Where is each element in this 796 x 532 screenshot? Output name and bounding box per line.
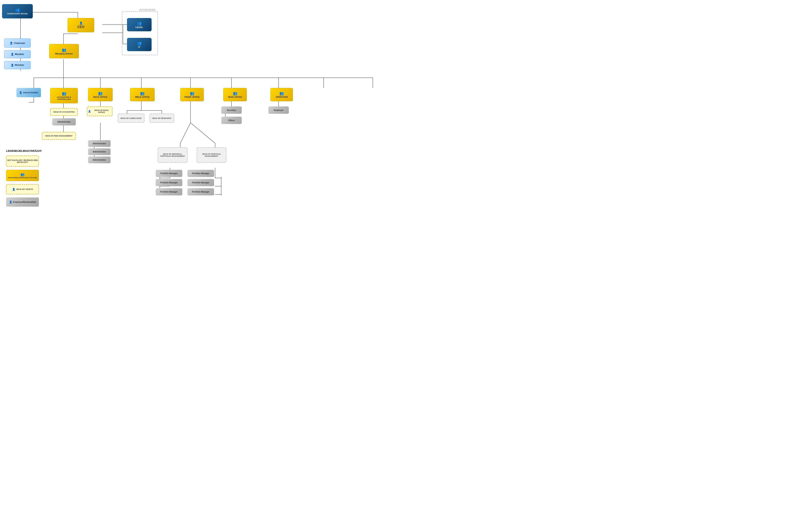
midle-office-box: 👥 MIDLE OFFICE xyxy=(130,88,155,101)
legend-employee-icon: 👤 xyxy=(9,201,12,204)
pm4-box: Portfolio Manager xyxy=(187,170,214,177)
back-office-icon: 👥 xyxy=(98,91,103,96)
front-office-label: FRONT OFFICE xyxy=(184,96,200,98)
member2-icon: 👤 xyxy=(11,64,14,67)
member1-icon: 👤 xyxy=(11,53,14,56)
chairman-icon: 👤 xyxy=(10,41,13,44)
head-portfolio-box: HEAD OF PORTOLIO MANAGEMENT xyxy=(197,147,227,163)
member1-label: Member xyxy=(15,53,24,56)
secretary-label: Secretary xyxy=(227,109,236,111)
legend-department: 👥 DEPARTMENT/SZERVEZETI EGYSÉG xyxy=(6,170,39,181)
head-back-office-box: 👤 HEAD OF BACK OFFICE xyxy=(87,107,112,116)
managing-director-box: 👥 Managing director xyxy=(49,44,79,58)
head-individual-portfolio-label: HEAD OF INDIVIDUAL PORTFOLIO MANAGEMENT xyxy=(159,153,186,157)
legend-not-fulfilled: NOT FULFILLED / JELENLEG NEM BETÖLTÖTT xyxy=(6,155,39,167)
chairman-box: 👤 Chairman xyxy=(4,38,31,48)
head-back-office-icon: 👤 xyxy=(88,110,91,113)
chairman-label: Chairman xyxy=(14,42,25,44)
outsourced-container xyxy=(122,11,158,55)
legend-department-icon: 👥 xyxy=(20,172,24,176)
pm3-box: Portfolio Manager xyxy=(156,188,182,195)
internal-auditor-label: Internal Auditor xyxy=(23,92,38,94)
employee-op-box: Employee xyxy=(268,107,289,114)
head-individual-portfolio-box: HEAD OF INDIVIDUAL PORTFOLIO MANAGEMENT xyxy=(158,147,187,163)
member2-box: 👤 Member xyxy=(4,61,31,69)
pm5-label: Portfolio Manager xyxy=(192,182,209,184)
admin3-box: Administrator xyxy=(88,148,111,155)
operation-box: 👥 OPERATION xyxy=(270,88,293,101)
head-accounting-box: HEAD OF ACCOUNTING xyxy=(50,108,78,116)
officer-label: Officer xyxy=(228,119,235,121)
officer-box: Officer xyxy=(221,117,242,124)
head-office-box: 👥 HEAD OFFICE xyxy=(223,88,247,101)
member2-label: Member xyxy=(15,64,24,66)
operation-icon: 👥 xyxy=(279,91,284,96)
head-risk-box: HEAD OF RISK MANAGEMENT xyxy=(42,132,76,140)
supervisory-board-icon: 👥 xyxy=(15,8,20,12)
org-chart: 👥 SUPERVISORY BOARD 👤 CEO 👥 LEGAL 👥 IT O… xyxy=(0,0,398,266)
administrator1-box: Administrator xyxy=(52,118,76,126)
head-compliance-label: HEAD OF COMPLIANCE xyxy=(121,117,142,119)
accounting-controlling-icon: 👥 xyxy=(62,91,66,96)
legend-head-label: HEAD OF/ VEZETŐ xyxy=(16,188,33,190)
legend-head-of: 👤 HEAD OF/ VEZETŐ xyxy=(6,184,39,194)
ceo-label: CEO xyxy=(77,25,85,29)
head-risk-label: HEAD OF RISK MANAGEMENT xyxy=(45,135,73,137)
svg-line-48 xyxy=(191,123,215,143)
legend-title: LEGEND/JELMAGYARÁZAT: xyxy=(6,149,42,152)
back-office-box: 👥 BACK OFFICE xyxy=(88,88,113,101)
ceo-box: 👤 CEO xyxy=(68,18,94,32)
head-office-label: HEAD OFFICE xyxy=(228,96,242,98)
front-office-box: 👥 FRONT OFFICE xyxy=(180,88,204,101)
admin3-label: Administrator xyxy=(93,151,106,153)
pm5-box: Portfolio Manager xyxy=(187,179,214,186)
admin4-label: Administrator xyxy=(93,159,106,161)
operation-label: OPERATION xyxy=(276,96,288,98)
head-research-box: HEAD OF RESEARCH xyxy=(149,114,174,123)
head-accounting-label: HEAD OF ACCOUNTING xyxy=(53,111,75,113)
head-research-label: HEAD OF RESEARCH xyxy=(152,117,171,119)
pm1-label: Portfolio Manager xyxy=(160,172,178,174)
legend-department-label: DEPARTMENT/SZERVEZETI EGYSÉG xyxy=(8,177,37,178)
ceo-icon: 👤 xyxy=(79,21,83,25)
admin2-label: Administrator xyxy=(93,142,106,145)
member1-box: 👤 Member xyxy=(4,50,31,58)
supervisory-board-box: 👥 SUPERVISORY BOARD xyxy=(2,4,33,18)
back-office-label: BACK OFFICE xyxy=(93,96,107,98)
managing-director-label: Managing director xyxy=(55,53,73,55)
head-compliance-box: HEAD OF COMPLIANCE xyxy=(118,114,144,123)
midle-office-label: MIDLE OFFICE xyxy=(135,96,150,98)
head-office-icon: 👥 xyxy=(233,91,237,96)
supervisory-board-label: SUPERVISORY BOARD xyxy=(7,13,28,15)
internal-auditor-box: 👤 Internal Auditor xyxy=(16,88,41,97)
legend-not-fulfilled-label: NOT FULFILLED / JELENLEG NEM BETÖLTÖTT xyxy=(7,159,38,163)
midle-office-icon: 👥 xyxy=(140,91,145,96)
pm6-label: Portfolio Manager xyxy=(192,191,209,193)
pm6-box: Portfolio Manager xyxy=(187,188,214,195)
internal-auditor-icon: 👤 xyxy=(19,91,22,94)
pm2-label: Portfolio Manager xyxy=(160,182,178,184)
head-portfolio-label: HEAD OF PORTOLIO MANAGEMENT xyxy=(198,153,225,157)
pm3-label: Portfolio Manager xyxy=(160,191,178,193)
accounting-controlling-label: ACCOUNTING & CONTROLLING xyxy=(51,96,77,100)
secretary-box: Secretary xyxy=(221,107,242,114)
legend-head-icon: 👤 xyxy=(12,188,15,191)
legend-employee: 👤 Employee/Munkavállaló xyxy=(6,197,39,207)
administrator1-label: Administrator xyxy=(57,121,71,123)
legend-employee-label: Employee/Munkavállaló xyxy=(13,201,36,203)
employee-op-label: Employee xyxy=(274,109,283,111)
svg-line-47 xyxy=(180,123,191,143)
head-back-office-label: HEAD OF BACK OFFICE xyxy=(92,109,111,113)
admin2-box: Administrator xyxy=(88,140,111,147)
pm1-box: Portfolio Manager xyxy=(156,170,182,177)
pm2-box: Portfolio Manager xyxy=(156,179,182,186)
pm4-label: Portfolio Manager xyxy=(192,172,209,174)
accounting-controlling-box: 👥 ACCOUNTING & CONTROLLING xyxy=(50,88,78,103)
front-office-icon: 👥 xyxy=(190,91,194,96)
admin4-box: Administrator xyxy=(88,156,111,163)
outsourced-label: OUTSOURCED xyxy=(139,8,155,11)
managing-director-icon: 👥 xyxy=(62,48,66,52)
